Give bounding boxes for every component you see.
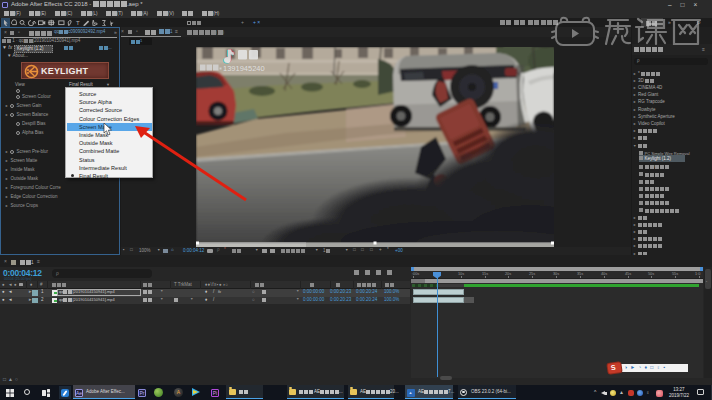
svg-text:T: T	[76, 20, 80, 26]
svg-text:1391945240: 1391945240	[223, 64, 265, 73]
